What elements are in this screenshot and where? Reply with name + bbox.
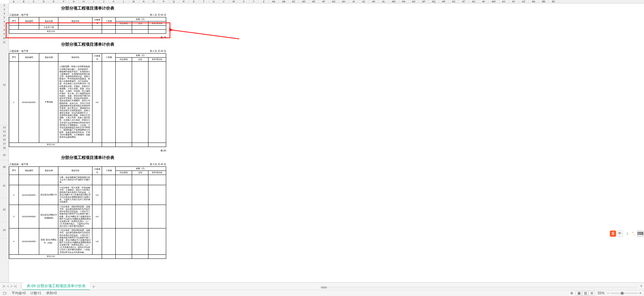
row-header-2[interactable]: 2	[0, 3, 9, 8]
row-header-9[interactable]: 9	[0, 32, 9, 36]
link-icon[interactable]: ⊕	[570, 291, 573, 295]
col-header-AD[interactable]: AD	[299, 0, 309, 3]
col-header-AR[interactable]: AR	[439, 0, 449, 3]
row-header-23[interactable]: 23	[0, 222, 9, 239]
row-header-8[interactable]: 8	[0, 28, 9, 32]
view-normal-button[interactable]: ▦	[576, 291, 582, 296]
col-header-AH[interactable]: AH	[339, 0, 349, 3]
col-header-AP[interactable]: AP	[419, 0, 429, 3]
row-header-21[interactable]: 21	[0, 174, 9, 198]
zoom-thumb[interactable]	[621, 292, 624, 295]
zoom-percent[interactable]: 55%	[598, 291, 604, 295]
tab-first-icon[interactable]: |<	[3, 284, 5, 288]
sogou-icon[interactable]: S	[610, 231, 616, 237]
row-headers[interactable]: 234567891011121314151617181920212223	[0, 3, 9, 282]
col-header-M[interactable]: M	[129, 0, 139, 3]
keyboard-icon[interactable]: ⌨	[637, 231, 643, 237]
col-header-AI[interactable]: AI	[349, 0, 359, 3]
view-pagebreak-button[interactable]: ⊞	[589, 291, 595, 296]
row-header-22[interactable]: 22	[0, 198, 9, 222]
tab-last-icon[interactable]: >|	[14, 284, 16, 288]
tab-next-icon[interactable]: >	[10, 284, 12, 288]
col-header-AW[interactable]: AW	[489, 0, 499, 3]
col-header-V[interactable]: V	[219, 0, 229, 3]
col-header-BA[interactable]: BA	[529, 0, 539, 3]
col-header-B[interactable]: B	[19, 0, 29, 3]
col-header-AE[interactable]: AE	[309, 0, 319, 3]
col-header-AA[interactable]: AA	[269, 0, 279, 3]
row-header-12[interactable]: 12	[0, 44, 9, 125]
col-header-H[interactable]: H	[79, 0, 89, 3]
col-header-AY[interactable]: AY	[509, 0, 519, 3]
col-header-E[interactable]: E	[49, 0, 59, 3]
col-header-AM[interactable]: AM	[389, 0, 399, 3]
col-header-Q[interactable]: Q	[169, 0, 179, 3]
col-header-K[interactable]: K	[109, 0, 119, 3]
col-header-R[interactable]: R	[179, 0, 189, 3]
row-header-19[interactable]: 19	[0, 150, 9, 160]
col-header-J[interactable]: J	[99, 0, 109, 3]
row-header-11[interactable]: 11	[0, 40, 9, 44]
row-header-10[interactable]: 10	[0, 36, 9, 40]
col-header-AO[interactable]: AO	[409, 0, 419, 3]
row-header-17[interactable]: 17	[0, 142, 9, 146]
col-header-W[interactable]: W	[229, 0, 239, 3]
zoom-slider[interactable]: − +	[607, 291, 641, 295]
col-header-AZ[interactable]: AZ	[519, 0, 529, 3]
col-header-O[interactable]: O	[149, 0, 159, 3]
col-header-AN[interactable]: AN	[399, 0, 409, 3]
add-sheet-button[interactable]: +	[90, 284, 98, 289]
col-header-AV[interactable]: AV	[479, 0, 489, 3]
col-header-BC[interactable]: BC	[549, 0, 559, 3]
col-header-AJ[interactable]: AJ	[359, 0, 369, 3]
row-header-5[interactable]: 5	[0, 16, 9, 20]
spreadsheet-canvas[interactable]: 分部分项工程项目清单计价表 工程名称：地下室 第 1 页 共 49 页 序号 项…	[9, 3, 644, 282]
horizontal-scrollbar[interactable]	[321, 284, 637, 290]
col-header-AL[interactable]: AL	[379, 0, 389, 3]
col-header-A[interactable]: A	[9, 0, 19, 3]
sheet-tab-active[interactable]: 表-09 分部分项工程项目清单计价表	[23, 282, 90, 290]
col-header-AC[interactable]: AC	[289, 0, 299, 3]
tab-prev-icon[interactable]: <	[7, 284, 9, 288]
col-header-AT[interactable]: AT	[459, 0, 469, 3]
col-header-F[interactable]: F	[59, 0, 69, 3]
row-header-6[interactable]: 6	[0, 20, 9, 24]
zoom-in-button[interactable]: +	[639, 291, 641, 295]
col-header-G[interactable]: G	[69, 0, 79, 3]
col-header-AX[interactable]: AX	[499, 0, 509, 3]
record-icon[interactable]: ▢⁝	[3, 291, 7, 295]
row-header-4[interactable]: 4	[0, 12, 9, 16]
zoom-out-button[interactable]: −	[607, 291, 609, 295]
row-header-3[interactable]: 3	[0, 8, 9, 12]
punct-icon[interactable]: °,	[630, 231, 636, 237]
col-header-X[interactable]: X	[239, 0, 249, 3]
col-header-AF[interactable]: AF	[319, 0, 329, 3]
col-header-AU[interactable]: AU	[469, 0, 479, 3]
col-header-S[interactable]: S	[189, 0, 199, 3]
row-header-18[interactable]: 18	[0, 146, 9, 150]
moon-icon[interactable]: ☽	[624, 231, 630, 237]
view-pagelayout-button[interactable]: ▥	[582, 291, 588, 296]
col-header-P[interactable]: P	[159, 0, 169, 3]
expand-button[interactable]: +	[640, 283, 643, 288]
row-header-20[interactable]: 20	[0, 160, 9, 174]
col-header-L[interactable]: L	[119, 0, 129, 3]
col-header-N[interactable]: N	[139, 0, 149, 3]
row-header-13[interactable]: 13	[0, 125, 9, 130]
row-header-16[interactable]: 16	[0, 138, 9, 142]
col-header-Z[interactable]: Z	[259, 0, 269, 3]
col-header-AQ[interactable]: AQ	[429, 0, 439, 3]
ime-lang-icon[interactable]: 中	[617, 231, 623, 237]
col-header-I[interactable]: I	[89, 0, 99, 3]
col-header-AK[interactable]: AK	[369, 0, 379, 3]
column-headers[interactable]: ABCDEFGHIJKLMNOPQRSTUVWXYZAAABACADAEAFAG…	[9, 0, 644, 3]
col-header-Y[interactable]: Y	[249, 0, 259, 3]
row-header-14[interactable]: 14	[0, 130, 9, 134]
row-header-15[interactable]: 15	[0, 134, 9, 138]
scroll-thumb[interactable]	[321, 286, 327, 288]
col-header-AG[interactable]: AG	[329, 0, 339, 3]
col-header-AS[interactable]: AS	[449, 0, 459, 3]
col-header-C[interactable]: C	[29, 0, 39, 3]
col-header-D[interactable]: D	[39, 0, 49, 3]
col-header-BB[interactable]: BB	[539, 0, 549, 3]
